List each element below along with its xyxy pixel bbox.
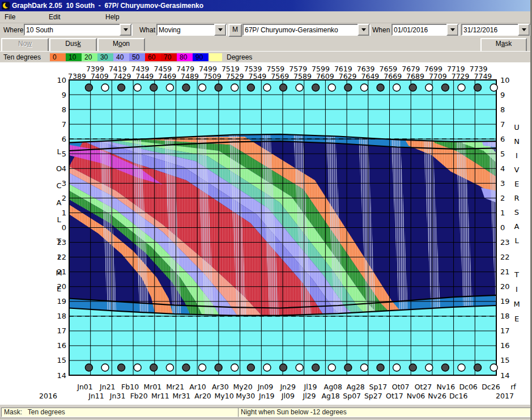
menu-help[interactable]: Help (105, 13, 120, 21)
svg-text:5: 5 (62, 150, 66, 158)
svg-text:Jl29: Jl29 (302, 392, 316, 400)
svg-text:18: 18 (57, 312, 66, 320)
svg-text:T: T (514, 270, 519, 279)
svg-text:Jn11: Jn11 (88, 392, 104, 400)
svg-text:I: I (516, 151, 518, 160)
svg-text:A: A (514, 222, 520, 231)
svg-text:9: 9 (62, 91, 66, 99)
moon-button[interactable]: Moon (97, 38, 145, 52)
svg-text:Sp17: Sp17 (369, 383, 388, 391)
svg-text:Jn31: Jn31 (109, 392, 126, 400)
svg-text:17: 17 (500, 326, 510, 335)
what-combobox[interactable]: Moving (156, 24, 227, 36)
svg-text:18: 18 (500, 312, 510, 320)
svg-text:7729: 7729 (452, 72, 470, 80)
what-dropdown-button[interactable] (214, 24, 226, 36)
svg-text:R: R (514, 194, 519, 202)
svg-text:O: O (56, 164, 62, 173)
menu-file[interactable]: File (5, 13, 15, 21)
svg-text:Jn21: Jn21 (99, 383, 116, 391)
date-to-dropdown-button[interactable] (518, 24, 530, 36)
toolbar-filters: Where 10 South What Moving M 67P/ Churyu… (0, 23, 532, 37)
svg-text:2: 2 (62, 194, 66, 202)
svg-text:16: 16 (500, 341, 510, 350)
svg-text:2017: 2017 (496, 392, 514, 400)
svg-text:I: I (58, 253, 60, 261)
svg-text:2: 2 (500, 194, 505, 202)
svg-text:My20: My20 (233, 383, 253, 391)
svg-text:A: A (57, 198, 62, 207)
svg-text:7489: 7489 (181, 72, 199, 80)
svg-text:Dc26: Dc26 (482, 383, 500, 391)
svg-text:7429: 7429 (113, 72, 131, 80)
title-bar[interactable]: GraphDark 2.05 10 South - 67P/ Churyumov… (0, 0, 532, 11)
svg-text:Ot27: Ot27 (415, 383, 432, 391)
svg-text:10: 10 (57, 76, 66, 84)
object-value: 67P/ Churyumov-Gerasimenko (245, 26, 338, 34)
svg-text:Mr21: Mr21 (166, 383, 184, 391)
app-icon (2, 2, 10, 10)
svg-text:0: 0 (62, 223, 66, 232)
svg-text:L: L (514, 236, 519, 245)
where-combobox[interactable]: 10 South (24, 24, 133, 36)
svg-text:20: 20 (500, 282, 510, 291)
svg-text:7689: 7689 (406, 72, 424, 80)
what-label: What (139, 26, 155, 34)
menu-edit[interactable]: Edit (49, 13, 61, 21)
where-dropdown-button[interactable] (120, 24, 131, 36)
svg-text:7: 7 (62, 120, 66, 129)
now-button[interactable]: Now (1, 38, 49, 52)
svg-text:Ar30: Ar30 (212, 383, 229, 391)
legend-row: Ten degrees 0102030405060708090 Degrees (0, 51, 532, 63)
darkness-graph[interactable]: 7399741974397459747974997519753975597579… (0, 62, 532, 405)
svg-text:Nv16: Nv16 (436, 383, 455, 391)
svg-text:6: 6 (62, 135, 66, 143)
svg-text:2016: 2016 (39, 392, 57, 400)
date-to-value: 31/12/2016 (462, 26, 518, 34)
svg-text:7509: 7509 (203, 72, 222, 80)
svg-text:Sp07: Sp07 (343, 392, 361, 400)
svg-text:Nv06: Nv06 (407, 392, 425, 400)
svg-text:Jl09: Jl09 (281, 392, 295, 400)
date-from-combobox[interactable]: 01/01/2016 (391, 24, 459, 36)
svg-text:7709: 7709 (429, 72, 447, 80)
chevron-down-icon (361, 28, 366, 31)
mask-button[interactable]: Mask (480, 38, 527, 52)
what-value: Moving (159, 26, 181, 34)
svg-text:Sp27: Sp27 (364, 392, 382, 400)
dusk-button[interactable]: Dusk (49, 38, 97, 52)
svg-text:4: 4 (500, 164, 505, 173)
svg-text:Jn29: Jn29 (279, 383, 296, 391)
object-dropdown-button[interactable] (357, 24, 369, 36)
svg-text:19: 19 (57, 297, 66, 306)
svg-text:22: 22 (500, 253, 510, 261)
svg-text:3: 3 (500, 179, 505, 188)
legend-label: Ten degrees (3, 53, 41, 61)
svg-text:9: 9 (500, 91, 505, 99)
svg-text:Nv26: Nv26 (428, 392, 446, 400)
svg-text:7469: 7469 (158, 72, 176, 80)
date-to-combobox[interactable]: 31/12/2016 (461, 24, 531, 36)
svg-text:21: 21 (500, 268, 510, 276)
svg-text:7549: 7549 (248, 72, 266, 80)
svg-text:Mr01: Mr01 (143, 383, 161, 391)
svg-text:1: 1 (62, 209, 66, 217)
svg-text:7629: 7629 (339, 72, 357, 80)
date-from-dropdown-button[interactable] (446, 24, 458, 36)
svg-text:Dc06: Dc06 (459, 383, 477, 391)
window-bottom-edge (0, 418, 532, 420)
svg-text:rf: rf (510, 383, 516, 391)
where-value: 10 South (25, 26, 120, 34)
date-from-value: 01/01/2016 (393, 26, 446, 34)
svg-text:3: 3 (62, 179, 66, 188)
object-combobox[interactable]: 67P/ Churyumov-Gerasimenko (242, 24, 371, 36)
status-bar: Mask: Ten degrees Night when Sun below -… (0, 407, 532, 418)
svg-text:7669: 7669 (384, 72, 402, 80)
svg-text:E: E (514, 180, 519, 188)
toolbar-actions: Now Dusk Moon Mask (0, 37, 532, 52)
m-button[interactable]: M (228, 24, 242, 37)
svg-text:Ag28: Ag28 (346, 383, 364, 391)
svg-text:Fb10: Fb10 (121, 383, 139, 391)
svg-text:L: L (57, 215, 61, 224)
svg-text:N: N (514, 137, 520, 146)
